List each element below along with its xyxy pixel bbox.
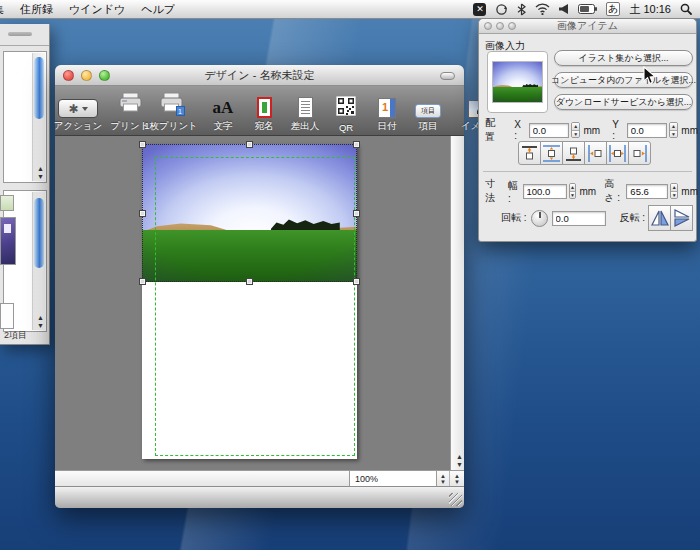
scrollbar-track[interactable] bbox=[32, 192, 45, 330]
x-stepper[interactable]: ▲▼ bbox=[571, 122, 581, 138]
menu-extras: ✕ あ 土 10:16 bbox=[473, 2, 700, 17]
palette-title-bar[interactable]: 画像アイテム bbox=[479, 19, 696, 34]
scroll-arrows[interactable]: ▲▼ bbox=[37, 314, 44, 329]
zoom-stepper[interactable]: ▲▼ bbox=[437, 471, 449, 486]
resize-handle-s[interactable] bbox=[246, 278, 253, 285]
battery-icon[interactable] bbox=[578, 2, 597, 17]
resize-grip[interactable] bbox=[449, 493, 462, 506]
minimize-button[interactable] bbox=[81, 70, 92, 81]
width-input[interactable] bbox=[523, 184, 567, 199]
align-right-button[interactable] bbox=[628, 141, 651, 165]
horizontal-scrollbar[interactable] bbox=[55, 471, 349, 486]
resize-handle-n[interactable] bbox=[246, 141, 253, 148]
field-button-icon: 項目 bbox=[415, 104, 441, 118]
spotlight-icon[interactable] bbox=[680, 2, 692, 17]
zoom-level-field[interactable]: 100% bbox=[349, 471, 437, 486]
size-label: 寸法 bbox=[485, 177, 500, 205]
palette-title: 画像アイテム bbox=[557, 19, 618, 33]
toolbar-qr-button[interactable]: QR bbox=[329, 90, 363, 133]
printer-one-icon: 1 bbox=[159, 92, 184, 118]
toolbar-date-button[interactable]: 日付 bbox=[370, 90, 404, 133]
page[interactable] bbox=[142, 144, 357, 459]
list-item-thumbnail[interactable] bbox=[0, 195, 14, 211]
align-bottom-button[interactable] bbox=[562, 141, 585, 165]
select-from-illustrations-button[interactable]: イラスト集から選択... bbox=[554, 50, 693, 66]
height-stepper[interactable]: ▲▼ bbox=[670, 183, 678, 199]
sync-icon[interactable] bbox=[495, 2, 508, 17]
resize-handle-sw[interactable] bbox=[139, 278, 146, 285]
wifi-icon[interactable] bbox=[535, 2, 550, 17]
flip-label: 反転 : bbox=[620, 211, 646, 225]
toolbar-addressee-button[interactable]: 宛名 bbox=[247, 90, 281, 133]
design-canvas[interactable] bbox=[55, 136, 450, 470]
resize-handle-ne[interactable] bbox=[353, 141, 360, 148]
placed-photo[interactable] bbox=[142, 144, 357, 282]
menu-item-help[interactable]: ヘルプ bbox=[141, 2, 175, 17]
resize-handle-nw[interactable] bbox=[139, 141, 146, 148]
align-left-button[interactable] bbox=[584, 141, 607, 165]
rotate-input[interactable] bbox=[552, 211, 606, 226]
toolbar-print-one-button[interactable]: 1 1枚プリント bbox=[154, 90, 188, 133]
toolbar-action-button[interactable]: ✱ アクション bbox=[61, 90, 95, 133]
scrollbar-thumb[interactable] bbox=[34, 57, 44, 119]
app-menu-extra-icon[interactable]: ✕ bbox=[473, 3, 486, 16]
toolbar-text-button[interactable]: aA 文字 bbox=[206, 90, 240, 133]
divider bbox=[0, 45, 49, 46]
toolbar-field-button[interactable]: 項目 項目 bbox=[411, 90, 445, 133]
zoom-button[interactable] bbox=[99, 70, 110, 81]
rotation-knob[interactable] bbox=[531, 210, 548, 227]
flip-vertical-button[interactable] bbox=[670, 205, 693, 231]
title-bar[interactable]: デザイン - 名称未設定 bbox=[55, 65, 464, 86]
resize-handle-w[interactable] bbox=[139, 210, 146, 217]
date-icon bbox=[378, 98, 396, 118]
toolbar-print-button[interactable]: プリント bbox=[113, 90, 147, 133]
align-top-button[interactable] bbox=[518, 141, 541, 165]
height-input[interactable] bbox=[626, 184, 668, 199]
x-input[interactable] bbox=[529, 123, 569, 138]
scroll-corner-arrows[interactable]: ▲▼ bbox=[449, 471, 464, 486]
y-input[interactable] bbox=[627, 123, 667, 138]
volume-icon[interactable] bbox=[559, 2, 569, 17]
select-file-from-computer-button[interactable]: コンピュータ内のファイルを選択... bbox=[554, 72, 693, 88]
menu-item-window[interactable]: ウインドウ bbox=[69, 2, 125, 17]
toolbar-toggle-pill[interactable] bbox=[440, 72, 455, 80]
status-bar bbox=[55, 486, 464, 508]
thumb-vignette bbox=[493, 62, 542, 102]
zoom-button[interactable] bbox=[508, 22, 516, 30]
image-preview-well[interactable] bbox=[487, 51, 548, 113]
divider bbox=[483, 171, 692, 172]
flip-horizontal-button[interactable] bbox=[648, 205, 671, 231]
menu-item-partial[interactable]: 集 bbox=[0, 2, 4, 17]
close-button[interactable] bbox=[484, 22, 492, 30]
placement-row: 配置 X : ▲▼ mm Y : ▲▼ mm bbox=[479, 116, 698, 144]
menu-clock[interactable]: 土 10:16 bbox=[629, 2, 671, 17]
action-dropdown[interactable]: ✱ bbox=[58, 99, 98, 118]
y-stepper[interactable]: ▲▼ bbox=[669, 122, 679, 138]
menu-item-address-book[interactable]: 住所録 bbox=[20, 2, 53, 17]
align-center-horizontal-button[interactable] bbox=[606, 141, 629, 165]
list-item-thumbnail[interactable] bbox=[0, 217, 16, 265]
align-middle-vertical-button[interactable] bbox=[540, 141, 563, 165]
resize-handle-se[interactable] bbox=[353, 278, 360, 285]
scrollbar-track[interactable] bbox=[32, 53, 45, 181]
vertical-scrollbar[interactable]: ▲▼ bbox=[450, 136, 464, 470]
pane-splitter-handle[interactable] bbox=[8, 32, 32, 36]
toolbar-sender-button[interactable]: 差出人 bbox=[288, 90, 322, 133]
width-stepper[interactable]: ▲▼ bbox=[569, 183, 577, 199]
input-method-icon[interactable]: あ bbox=[606, 2, 620, 16]
list-well-top[interactable]: ▲▼ bbox=[3, 51, 47, 183]
toolbar: ✱ アクション プリント 1 1枚プリント aA 文字 宛名 bbox=[55, 86, 464, 136]
scroll-arrows[interactable]: ▲▼ bbox=[456, 453, 463, 468]
image-item-palette: 画像アイテム 画像入力 イラスト集から選択... コンピュータ内のファイルを選択… bbox=[478, 18, 697, 242]
scrollbar-thumb[interactable] bbox=[34, 198, 44, 268]
bottom-scroll-row: 100% ▲▼ ▲▼ bbox=[55, 470, 464, 486]
minimize-button[interactable] bbox=[496, 22, 504, 30]
close-button[interactable] bbox=[63, 70, 74, 81]
bluetooth-icon[interactable] bbox=[517, 2, 526, 17]
list-item-thumbnail[interactable] bbox=[0, 303, 14, 329]
resize-handle-e[interactable] bbox=[353, 210, 360, 217]
list-well-bottom[interactable]: ▲▼ bbox=[3, 190, 47, 332]
select-from-download-service-button[interactable]: ダウンロードサービスから選択... bbox=[554, 94, 693, 110]
scroll-arrows[interactable]: ▲▼ bbox=[37, 165, 44, 180]
flip-buttons bbox=[649, 205, 693, 231]
